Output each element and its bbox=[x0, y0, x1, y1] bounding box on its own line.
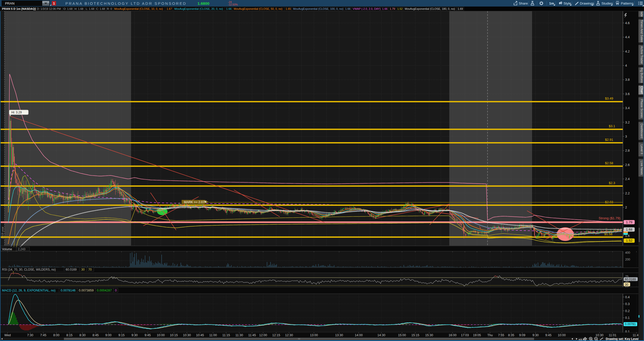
svg-text:O: 1.68: O: 1.68 bbox=[63, 7, 72, 10]
svg-text:12:00: 12:00 bbox=[259, 333, 267, 337]
svg-text:3.2: 3.2 bbox=[625, 120, 630, 124]
svg-text:7:55: 7:55 bbox=[498, 333, 504, 337]
svg-text:1.52: 1.52 bbox=[626, 239, 632, 242]
svg-text:70: 70 bbox=[88, 268, 92, 271]
svg-text:17:03: 17:03 bbox=[461, 333, 469, 337]
svg-text:Share: Share bbox=[519, 2, 528, 5]
svg-text:30: 30 bbox=[81, 268, 85, 271]
svg-text:Wed: Wed bbox=[4, 333, 11, 337]
svg-text:1.69: 1.69 bbox=[458, 7, 463, 10]
svg-text:H: 1.68: H: 1.68 bbox=[74, 7, 83, 10]
svg-text:1.65: 1.65 bbox=[286, 7, 291, 10]
svg-text:30: 30 bbox=[625, 283, 628, 286]
svg-text:Thu: Thu bbox=[487, 333, 493, 337]
svg-text:Strong ($1.79): Strong ($1.79) bbox=[599, 216, 620, 220]
svg-text:12:30: 12:30 bbox=[285, 333, 293, 337]
svg-text:19:05: 19:05 bbox=[473, 333, 481, 337]
svg-text:11:01: 11:01 bbox=[609, 333, 616, 337]
svg-text:1.66: 1.66 bbox=[345, 7, 350, 10]
svg-text:4.2: 4.2 bbox=[625, 50, 630, 53]
svg-text:1.68: 1.68 bbox=[626, 228, 632, 231]
svg-text:PRANA BIOTECHNOLOGY LTD ADR SP: PRANA BIOTECHNOLOGY LTD ADR SPONSORED bbox=[65, 1, 187, 6]
svg-text:10:15: 10:15 bbox=[170, 333, 178, 337]
svg-text:9:30: 9:30 bbox=[533, 333, 539, 337]
svg-text:-12.50%: -12.50% bbox=[228, 3, 238, 6]
svg-text:Big Buttons: Big Buttons bbox=[640, 67, 643, 83]
svg-text:0.1: 0.1 bbox=[625, 316, 630, 320]
svg-text:3.4: 3.4 bbox=[625, 106, 630, 110]
svg-text:4: 4 bbox=[625, 64, 627, 67]
svg-text:60.0169: 60.0169 bbox=[625, 278, 636, 281]
svg-text:10:00: 10:00 bbox=[157, 333, 165, 337]
svg-text:$3.1: $3.1 bbox=[609, 124, 615, 128]
svg-text:16:00: 16:00 bbox=[449, 333, 456, 337]
svg-text:8:15: 8:15 bbox=[66, 333, 72, 337]
svg-text:10:45: 10:45 bbox=[196, 333, 204, 337]
svg-text:$2.91: $2.91 bbox=[605, 138, 613, 142]
svg-text:1.79: 1.79 bbox=[390, 7, 395, 10]
svg-text:2.4: 2.4 bbox=[625, 177, 630, 181]
svg-text:1.66: 1.66 bbox=[226, 7, 231, 10]
svg-text:4.6: 4.6 bbox=[625, 21, 630, 25]
svg-text:0: 0 bbox=[115, 289, 117, 292]
svg-text:200: 200 bbox=[625, 258, 630, 261]
svg-text:9:45: 9:45 bbox=[545, 333, 551, 337]
svg-text:8:35: 8:35 bbox=[508, 333, 514, 337]
svg-text:Studies: Studies bbox=[601, 2, 613, 5]
svg-text:Times And Sales: Times And Sales bbox=[640, 20, 643, 42]
svg-text:9:00: 9:00 bbox=[105, 333, 111, 337]
svg-text:$3.49: $3.49 bbox=[605, 97, 613, 100]
svg-text:PRAN: PRAN bbox=[5, 2, 15, 5]
svg-text:14:00: 14:00 bbox=[355, 333, 363, 337]
svg-text:11:45: 11:45 bbox=[248, 333, 256, 337]
svg-text:0.3: 0.3 bbox=[625, 302, 630, 306]
svg-text:1.67: 1.67 bbox=[167, 7, 172, 10]
svg-text:2: 2 bbox=[625, 205, 627, 209]
svg-text:2.8: 2.8 bbox=[625, 149, 630, 152]
svg-text:2.6: 2.6 bbox=[625, 163, 630, 167]
svg-text:D: 1/3/19 12:06 PM: D: 1/3/19 12:06 PM bbox=[37, 7, 61, 10]
svg-text:15:15: 15:15 bbox=[411, 333, 419, 337]
svg-text:MovAvgExponential (CLOSE, 50,: MovAvgExponential (CLOSE, 50, 0, no) bbox=[234, 7, 283, 10]
svg-text:0.4: 0.4 bbox=[625, 295, 630, 299]
svg-text:9:45: 9:45 bbox=[145, 333, 151, 337]
svg-text:10:30: 10:30 bbox=[183, 333, 191, 337]
svg-text:Dashboard: Dashboard bbox=[640, 123, 643, 138]
svg-text:Live News: Live News bbox=[640, 161, 643, 175]
svg-text:1.66: 1.66 bbox=[382, 7, 387, 10]
svg-text:MovAvgExponential (CLOSE, 100,: MovAvgExponential (CLOSE, 100, 0, no) bbox=[293, 7, 343, 10]
svg-text:9:15: 9:15 bbox=[118, 333, 125, 337]
svg-text:2,243: 2,243 bbox=[18, 247, 25, 251]
svg-text:15:00: 15:00 bbox=[398, 333, 406, 337]
svg-text:10:00: 10:00 bbox=[558, 333, 566, 337]
svg-text:13:00: 13:00 bbox=[310, 333, 318, 337]
svg-text:11:00: 11:00 bbox=[209, 333, 217, 337]
svg-text:1m: 1m bbox=[549, 2, 554, 5]
svg-text:Chart: Chart bbox=[640, 86, 643, 94]
svg-text:0.0004287: 0.0004287 bbox=[97, 289, 112, 292]
svg-text:2.2: 2.2 bbox=[625, 191, 630, 195]
svg-text:Volume: Volume bbox=[2, 247, 12, 251]
svg-text:400: 400 bbox=[625, 251, 630, 254]
svg-text:8:30: 8:30 bbox=[79, 333, 86, 337]
svg-text:4.4: 4.4 bbox=[625, 35, 630, 39]
svg-text:1.52: 1.52 bbox=[397, 7, 403, 10]
svg-text:12:15: 12:15 bbox=[272, 333, 280, 337]
svg-text:$2.03: $2.03 bbox=[605, 200, 613, 204]
svg-text:$2.58: $2.58 bbox=[605, 161, 613, 165]
svg-text:0.0078146: 0.0078146 bbox=[61, 289, 75, 292]
svg-text:$2.3: $2.3 bbox=[609, 181, 615, 185]
svg-text:14:30: 14:30 bbox=[377, 333, 385, 337]
svg-text:Patterns: Patterns bbox=[621, 2, 634, 5]
svg-text:8:00: 8:00 bbox=[53, 333, 59, 337]
svg-text:3: 3 bbox=[625, 135, 627, 138]
svg-text:7:45: 7:45 bbox=[40, 333, 46, 337]
svg-text:MARK >= 2.07: MARK >= 2.07 bbox=[184, 200, 205, 204]
svg-text:9:09: 9:09 bbox=[519, 333, 525, 337]
svg-text:8:45: 8:45 bbox=[93, 333, 99, 337]
svg-text:Hi: 3.29: Hi: 3.29 bbox=[11, 111, 22, 114]
svg-text:60.0169: 60.0169 bbox=[66, 268, 77, 271]
svg-text:Phase Scores: Phase Scores bbox=[640, 99, 643, 118]
svg-text:MACD (12, 26, 9, EXPONENTIAL,: MACD (12, 26, 9, EXPONENTIAL, no) bbox=[2, 289, 56, 292]
svg-text:11:15: 11:15 bbox=[222, 333, 230, 337]
